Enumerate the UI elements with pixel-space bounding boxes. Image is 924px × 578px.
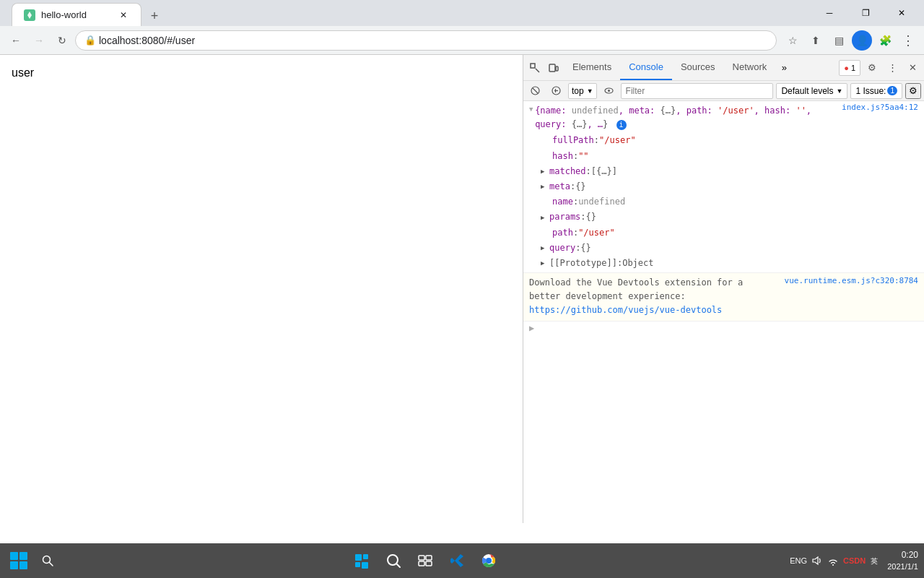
page-content-area: user	[0, 55, 523, 523]
profile-button[interactable]: 👤	[852, 30, 872, 51]
svg-rect-16	[362, 562, 368, 569]
svg-rect-2	[549, 64, 555, 72]
devtools-dots-button[interactable]: ⋮	[884, 59, 901, 77]
console-filter-button[interactable]	[547, 83, 565, 99]
console-prompt-row: ▶	[523, 322, 924, 335]
svg-rect-15	[355, 562, 360, 567]
search-button[interactable]	[35, 548, 61, 574]
params-expand[interactable]	[541, 212, 549, 223]
devtools-responsive-button[interactable]	[545, 59, 562, 77]
csdn-icon: CSDN	[843, 556, 866, 565]
svg-rect-3	[556, 66, 558, 71]
vue-devtools-message: Download the Vue Devtools extension for …	[529, 276, 779, 318]
expand-object-arrow[interactable]: ▼	[529, 104, 535, 114]
devtools-more-tabs-button[interactable]: »	[775, 59, 793, 77]
meta-expand[interactable]	[541, 181, 549, 191]
taskbar-app-vscode[interactable]	[443, 546, 471, 575]
console-settings-button[interactable]: ⚙	[905, 83, 921, 99]
console-output-area: ▼ {name: undefined, meta: {…}, path: '/u…	[523, 101, 924, 523]
browser-tab[interactable]: hello-world ✕	[12, 3, 141, 26]
refresh-button[interactable]: ↻	[52, 30, 72, 51]
svg-rect-1	[531, 64, 535, 68]
taskbar-app-chrome[interactable]	[474, 546, 503, 575]
svg-rect-19	[419, 556, 424, 560]
issue-count: 1	[887, 86, 897, 95]
new-tab-button[interactable]: +	[144, 6, 165, 26]
svg-point-24	[486, 558, 492, 564]
issues-badge[interactable]: 1 Issue: 1	[850, 83, 902, 99]
taskbar-app-search[interactable]	[379, 546, 408, 575]
taskbar: ENG CSDN 英 0:20 2021/1/1	[0, 543, 924, 578]
devtools-tab-console[interactable]: Console	[620, 55, 672, 80]
chrome-menu-button[interactable]: ⋮	[898, 30, 918, 51]
sidebar-toggle-button[interactable]: ▤	[829, 30, 849, 51]
context-selector[interactable]: top ▼	[568, 83, 597, 99]
taskbar-wifi-icon[interactable]	[827, 555, 839, 566]
matched-expand[interactable]	[541, 166, 549, 176]
tab-title: hello-world	[41, 9, 112, 20]
svg-rect-13	[355, 554, 362, 561]
taskbar-app-explorer[interactable]	[347, 546, 376, 575]
back-button[interactable]: ←	[6, 30, 26, 51]
query-expand[interactable]	[541, 243, 549, 253]
address-text: localhost:8080/#/user	[99, 35, 195, 46]
page-heading: user	[12, 66, 34, 79]
taskbar-volume-icon[interactable]	[811, 555, 823, 566]
vue-devtools-link[interactable]: https://github.com/vuejs/vue-devtools	[529, 305, 722, 315]
tab-close-button[interactable]: ✕	[118, 9, 129, 21]
devtools-tab-elements[interactable]: Elements	[564, 55, 620, 80]
taskbar-systray-icons: ENG CSDN 英	[790, 555, 881, 566]
maximize-button[interactable]: ❐	[849, 0, 882, 26]
tab-favicon	[24, 9, 35, 21]
address-bar[interactable]: 🔒 localhost:8080/#/user	[75, 30, 777, 51]
prompt-arrow: ▶	[529, 323, 534, 333]
forward-button[interactable]: →	[29, 30, 49, 51]
svg-point-10	[608, 90, 610, 92]
object-info-icon[interactable]: i	[616, 120, 627, 130]
devtools-error-badge[interactable]: ● 1	[839, 60, 860, 76]
svg-text:英: 英	[871, 557, 878, 565]
taskbar-app-taskview[interactable]	[411, 546, 440, 575]
svg-point-25	[832, 564, 834, 566]
svg-rect-20	[426, 556, 432, 560]
close-button[interactable]: ✕	[885, 0, 918, 26]
taskbar-clock[interactable]: 0:20 2021/1/1	[887, 549, 918, 572]
svg-rect-21	[419, 561, 424, 566]
svg-line-5	[533, 88, 538, 93]
ime-icon: 英	[870, 555, 881, 566]
taskbar-date-display: 2021/1/1	[887, 561, 918, 572]
taskbar-pinned-apps	[64, 546, 787, 575]
devtools-tab-network[interactable]: Network	[724, 55, 776, 80]
taskbar-system-tray: ENG CSDN 英 0:20 2021/1/1	[790, 549, 918, 572]
devtools-settings-button[interactable]: ⚙	[863, 59, 881, 77]
console-source-link[interactable]: index.js?5aa4:12	[842, 101, 924, 112]
svg-rect-22	[426, 561, 432, 566]
eye-button[interactable]	[600, 83, 618, 99]
taskbar-lang[interactable]: ENG	[790, 556, 807, 565]
console-filter-input[interactable]	[621, 83, 774, 99]
devtools-inspect-button[interactable]	[526, 59, 544, 77]
bookmark-button[interactable]: ☆	[783, 30, 803, 51]
devtools-close-button[interactable]: ✕	[904, 59, 921, 77]
svg-rect-14	[363, 554, 368, 559]
svg-line-18	[396, 564, 400, 567]
taskbar-time-display: 0:20	[887, 549, 918, 561]
devtools-tab-sources[interactable]: Sources	[672, 55, 724, 80]
svg-line-12	[50, 563, 53, 566]
devtools-panel: Elements Console Sources Network » ● 1 ⚙	[523, 55, 924, 523]
minimize-button[interactable]: ─	[813, 0, 846, 26]
extensions-button[interactable]: 🧩	[875, 30, 895, 51]
prototype-expand[interactable]	[541, 258, 549, 268]
default-levels-dropdown[interactable]: Default levels ▼	[776, 83, 847, 99]
console-clear-button[interactable]	[526, 83, 544, 99]
start-button[interactable]	[6, 548, 32, 574]
vue-runtime-source-link[interactable]: vue.runtime.esm.js?c320:8784	[779, 276, 918, 285]
share-button[interactable]: ⬆	[806, 30, 826, 51]
